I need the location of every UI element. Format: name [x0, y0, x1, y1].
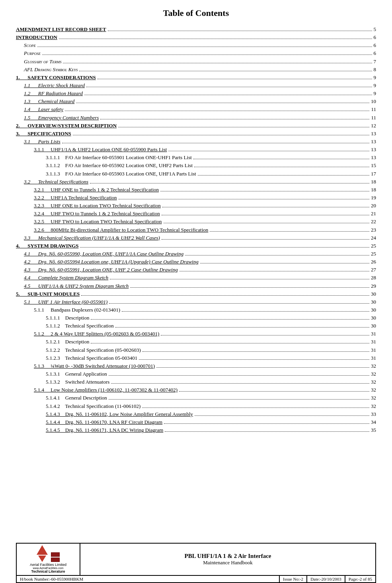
toc-dots: [109, 303, 369, 304]
toc-entry[interactable]: 5.1.3 ¼Watt 0- -30dB Switched Attenuator…: [16, 362, 376, 370]
toc-entry[interactable]: 4.4 Complete System Diagram Sketch28: [16, 274, 376, 282]
toc-label: 2. OVERVIEW/SYSTEM DESCRIPTION: [16, 122, 117, 130]
toc-dots: [73, 135, 369, 135]
toc-page: 19: [370, 194, 376, 202]
footer-tech-lit: Technical Literature: [31, 569, 65, 573]
toc-dots: [164, 423, 369, 424]
toc-entry[interactable]: Glossary of Terms7: [16, 58, 376, 66]
toc-entry[interactable]: 5. SUB-UNIT MODULES30: [16, 290, 376, 298]
footer-company-name: Aerial Facilities Limited: [30, 563, 66, 567]
toc-entry[interactable]: 5.1 UHF 1 Air Interface (60-055901)30: [16, 298, 376, 306]
toc-page: 31: [370, 346, 376, 354]
toc-entry[interactable]: 3.1.1.2 F/O Air Interface 60-055902 Loca…: [16, 162, 376, 170]
toc-entry[interactable]: 2. OVERVIEW/SYSTEM DESCRIPTION12: [16, 122, 376, 130]
toc-label: 5.1.1 Bandpass Duplexers (02-013401): [34, 306, 121, 314]
toc-entry[interactable]: 5.1.4 Low Noise Amplifiers (11-006102, 1…: [16, 386, 376, 394]
toc-entry[interactable]: 3.2.2 UHF1A Technical Specification19: [16, 194, 376, 202]
toc-entry[interactable]: 3.2.5 UHF TWO to Location TWO Technical …: [16, 218, 376, 226]
toc-entry[interactable]: 5.1.2 2 & 4 Way UHF Splitters (05-002603…: [16, 330, 376, 338]
toc-dots: [198, 175, 369, 175]
toc-dots: [81, 295, 369, 296]
toc-entry[interactable]: 1.1 Electric Shock Hazard9: [16, 82, 376, 90]
toc-entry[interactable]: 1.4 Laser safety11: [16, 105, 376, 113]
toc-entry[interactable]: Scope6: [16, 41, 376, 49]
toc-dots: [162, 215, 369, 215]
toc-entry[interactable]: AFL Drawing Symbol Keys8: [16, 66, 376, 74]
toc-label: 4.5 UHF1/1A & UHF2 System Diagram Sketch: [24, 282, 129, 290]
toc-entry[interactable]: 5.1.3.1 General Application32: [16, 370, 376, 378]
footer-top: Aerial Facilities Limited www.AerialFaci…: [17, 544, 375, 576]
toc-page: 11: [370, 105, 376, 113]
toc-label: 3.2.4 UHF TWO to Tunnels 1 & 2 Technical…: [34, 210, 161, 218]
toc-entry[interactable]: 3.2 Technical Specifications18: [16, 178, 376, 186]
toc-page: 8: [373, 66, 376, 74]
toc-entry[interactable]: 5.1.3.2 Switched Attenuators32: [16, 378, 376, 386]
toc-dots: [142, 351, 369, 352]
toc-dots: [179, 391, 369, 392]
toc-page: 21: [370, 210, 376, 218]
footer-url: www.AerialFacilities.com: [33, 567, 63, 569]
toc-page: 27: [370, 266, 376, 274]
toc-label: 4. SYSTEM DRAWINGS: [16, 242, 79, 250]
toc-entry[interactable]: 3.3 Mechanical Specification (UHF1/1A & …: [16, 234, 376, 242]
toc-entry[interactable]: 4.5 UHF1/1A & UHF2 System Diagram Sketch…: [16, 282, 376, 290]
toc-entry[interactable]: 3.2.3 UHF ONE to Location TWO Technical …: [16, 202, 376, 210]
toc-entry[interactable]: 4.1 Drg. Nŏ. 60-055990, Location ONE, UH…: [16, 250, 376, 258]
toc-label: 1. SAFETY CONSIDERATIONS: [16, 74, 97, 82]
toc-label: 4.3 Drg. Nŏ. 60-055991, Location ONE, UH…: [24, 266, 179, 274]
toc-label: 3.1 Parts Lists: [24, 138, 61, 146]
toc-page: 13: [370, 154, 376, 162]
toc-entry[interactable]: 3. SPECIFICATIONS13: [16, 130, 376, 138]
toc-page: 25: [370, 242, 376, 250]
toc-label: 3.2.1 UHF ONE to Tunnels 1 & 2 Technical…: [34, 186, 160, 194]
toc-entry[interactable]: Purpose6: [16, 49, 376, 57]
toc-entry[interactable]: 5.1.2.3 Technical Specification 05-00340…: [16, 354, 376, 362]
toc-entry[interactable]: 5.1.1.2 Technical Specification30: [16, 322, 376, 330]
toc-entry[interactable]: 5.1.4.5 Drg. Nŏ. 11-006171, LNA DC Wirin…: [16, 426, 376, 434]
toc-label: 5.1.4.1 General Description: [46, 394, 108, 402]
toc-entry[interactable]: 3.2.1 UHF ONE to Tunnels 1 & 2 Technical…: [16, 186, 376, 194]
toc-page: 28: [370, 274, 376, 282]
toc-dots: [195, 415, 369, 416]
toc-dots: [210, 231, 369, 232]
toc-label: 5.1.2.2 Technical Specification (05-0026…: [46, 346, 142, 354]
toc-entry[interactable]: 5.1.4.3 Drg. Nŏ. 11-006102, Low Noise Am…: [16, 410, 376, 418]
toc-entry[interactable]: 5.1.1 Bandpass Duplexers (02-013401)30: [16, 306, 376, 314]
toc-entry[interactable]: 3.1.1.3 F/O Air Interface 60-055903 Loca…: [16, 170, 376, 178]
page: Table of Contents AMENDMENT LIST RECORD …: [0, 0, 392, 583]
footer-product-sub: Maintenance Handbook: [203, 560, 253, 566]
toc-entry[interactable]: AMENDMENT LIST RECORD SHEET5: [16, 25, 376, 33]
toc-page: 22: [370, 218, 376, 226]
toc-entry[interactable]: INTRODUCTION6: [16, 33, 376, 41]
toc-entry[interactable]: 5.1.4.2 Technical Specification (11-0061…: [16, 402, 376, 410]
toc-page: 30: [370, 322, 376, 330]
toc-entry[interactable]: 1.5 Emergency Contact Numbers11: [16, 114, 376, 122]
toc-page: 32: [370, 362, 376, 370]
toc-entry[interactable]: 3.1 Parts Lists13: [16, 138, 376, 146]
toc-entry[interactable]: 3.2.4 UHF TWO to Tunnels 1 & 2 Technical…: [16, 210, 376, 218]
toc-page: 35: [370, 426, 376, 434]
toc-entry[interactable]: 4.2 Drg. Nŏ. 60-055994 Location one, UHF…: [16, 258, 376, 266]
toc-entry[interactable]: 5.1.1.1 Description30: [16, 314, 376, 322]
toc-entry[interactable]: 3.1.1 UHF1/1A & UHF2 Location ONE 60-055…: [16, 146, 376, 154]
toc-entry[interactable]: 3.1.1.1 F/O Air Interface 60-055901 Loca…: [16, 154, 376, 162]
toc-page: 18: [370, 186, 376, 194]
toc-entry[interactable]: 1.3 Chemical Hazard10: [16, 97, 376, 105]
toc-entry[interactable]: 5.1.4.1 General Description32: [16, 394, 376, 402]
toc-page: 31: [370, 354, 376, 362]
toc-entry[interactable]: 1.2 RF Radiation Hazard9: [16, 90, 376, 97]
toc-page: 30: [370, 298, 376, 306]
toc-dots: [179, 271, 369, 271]
toc-page: 32: [370, 378, 376, 386]
toc-dots: [79, 71, 372, 71]
toc-entry[interactable]: 5.1.4.4 Drg. Nŏ. 11-006170, LNA RF Circu…: [16, 418, 376, 426]
toc-entry[interactable]: 5.1.2.1 Description31: [16, 338, 376, 346]
toc-dots: [98, 79, 372, 79]
toc-label: 5.1.1.1 Description: [46, 314, 90, 322]
toc-entry[interactable]: 3.2.6 800MHz Bi-directional Amplifier to…: [16, 226, 376, 234]
toc-entry[interactable]: 1. SAFETY CONSIDERATIONS9: [16, 74, 376, 82]
toc-label: 5.1.3 ¼Watt 0- -30dB Switched Attenuator…: [34, 362, 156, 370]
toc-entry[interactable]: 5.1.2.2 Technical Specification (05-0026…: [16, 346, 376, 354]
toc-entry[interactable]: 4. SYSTEM DRAWINGS25: [16, 242, 376, 250]
toc-entry[interactable]: 4.3 Drg. Nŏ. 60-055991, Location ONE, UH…: [16, 266, 376, 274]
